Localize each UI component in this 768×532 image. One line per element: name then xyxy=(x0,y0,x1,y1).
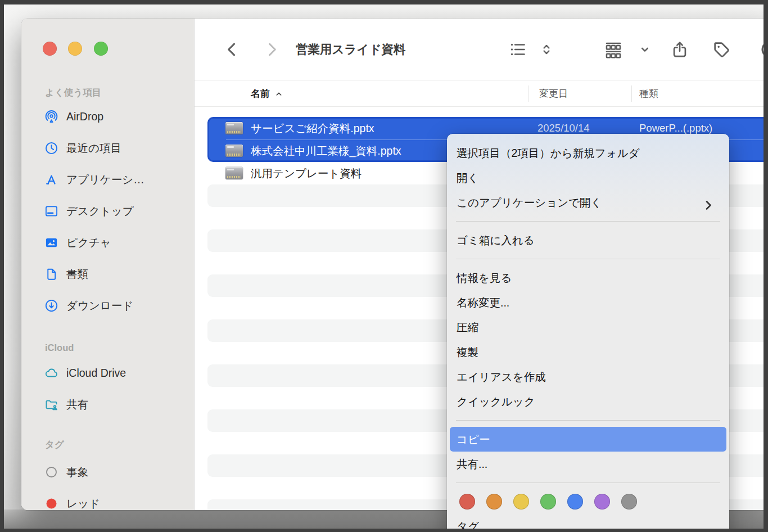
sidebar-item-download[interactable]: ダウンロード xyxy=(29,290,188,321)
column-header-date[interactable]: 変更日 xyxy=(539,80,568,107)
sidebar-item-appstore[interactable]: アプリケーシ… xyxy=(29,164,188,195)
context-menu-item[interactable]: 選択項目（2項目）から新規フォルダ xyxy=(450,141,726,165)
airdrop-icon xyxy=(43,108,60,125)
sidebar-item-label: レッド xyxy=(66,496,100,511)
tag-color-green[interactable] xyxy=(540,494,556,510)
pictures-icon xyxy=(43,234,60,251)
tag-color-purple[interactable] xyxy=(594,494,610,510)
sidebar-item-label: ダウンロード xyxy=(66,298,133,313)
tag-color-blue[interactable] xyxy=(567,494,583,510)
desktop-icon xyxy=(43,202,60,219)
minimize-button[interactable] xyxy=(68,42,82,56)
list-header: 名前 変更日 種類 xyxy=(195,80,768,107)
sidebar-item-airdrop[interactable]: AirDrop xyxy=(29,101,188,132)
sidebar-item-document[interactable]: 書類 xyxy=(29,258,188,290)
chevron-left-icon xyxy=(223,40,242,59)
powerpoint-file-icon xyxy=(225,122,243,134)
column-divider[interactable] xyxy=(761,85,761,102)
column-divider[interactable] xyxy=(631,85,632,102)
context-menu-item[interactable]: エイリアスを作成 xyxy=(450,364,726,389)
file-name: 株式会社中川工業様_資料.pptx xyxy=(251,139,401,162)
powerpoint-file-icon xyxy=(225,145,243,157)
context-menu: 選択項目（2項目）から新規フォルダ開くこのアプリケーションで開くゴミ箱に入れる情… xyxy=(447,134,729,532)
tag-color-red[interactable] xyxy=(459,494,475,510)
chevron-right-icon xyxy=(262,40,281,59)
context-menu-item[interactable]: 情報を見る xyxy=(450,265,726,290)
menu-separator xyxy=(456,420,720,421)
view-updown-chevrons-icon[interactable] xyxy=(534,37,559,62)
tag-icon[interactable] xyxy=(708,37,734,62)
context-menu-item[interactable]: タグ... xyxy=(450,514,726,532)
sidebar-item-label: デスクトップ xyxy=(66,204,134,219)
zoom-button[interactable] xyxy=(94,42,108,56)
context-menu-item[interactable]: 複製 xyxy=(450,340,726,364)
sidebar-item-tag-dot-gray[interactable]: 事象 xyxy=(29,456,188,488)
sidebar-item-label: iCloud Drive xyxy=(66,367,126,380)
sidebar: よく使う項目AirDrop最近の項目アプリケーシ…デスクトップピクチャ書類ダウン… xyxy=(21,19,194,510)
context-menu-item[interactable]: このアプリケーションで開く xyxy=(450,190,726,215)
screenshot-frame: よく使う項目AirDrop最近の項目アプリケーシ…デスクトップピクチャ書類ダウン… xyxy=(0,0,768,532)
sidebar-section-header: タグ xyxy=(45,438,188,451)
tag-color-orange[interactable] xyxy=(486,494,502,510)
submenu-chevron-icon xyxy=(702,196,715,209)
sidebar-item-label: アプリケーシ… xyxy=(66,172,144,187)
back-button[interactable] xyxy=(219,37,245,62)
context-menu-item[interactable]: 名称変更... xyxy=(450,290,726,315)
group-view-icon[interactable] xyxy=(600,37,626,62)
column-header-kind[interactable]: 種類 xyxy=(639,80,658,107)
document-icon xyxy=(43,265,60,282)
sidebar-item-label: ピクチャ xyxy=(66,235,111,250)
sidebar-section-header: iCloud xyxy=(45,341,188,354)
appstore-icon xyxy=(43,171,60,188)
context-menu-item[interactable]: コピー xyxy=(450,427,726,452)
tag-dot-gray-icon xyxy=(43,463,60,480)
tag-color-gray[interactable] xyxy=(621,494,637,510)
column-header-name[interactable]: 名前 xyxy=(251,80,283,107)
window-controls xyxy=(43,42,117,58)
menu-separator xyxy=(456,483,720,483)
context-menu-item[interactable]: 開く xyxy=(450,165,726,190)
sort-ascending-icon xyxy=(274,89,283,98)
window-title: 営業用スライド資料 xyxy=(296,41,406,57)
sidebar-item-icloud[interactable]: iCloud Drive xyxy=(29,357,188,389)
sidebar-item-clock[interactable]: 最近の項目 xyxy=(29,132,188,164)
share-icon[interactable] xyxy=(667,37,693,62)
download-icon xyxy=(43,297,60,314)
close-button[interactable] xyxy=(43,42,57,56)
sidebar-item-pictures[interactable]: ピクチャ xyxy=(29,227,188,258)
sidebar-item-label: 最近の項目 xyxy=(66,141,121,156)
context-menu-item[interactable]: 共有... xyxy=(450,452,726,476)
menu-separator xyxy=(456,259,720,259)
clock-icon xyxy=(43,139,60,156)
context-menu-item[interactable]: 圧縮 xyxy=(450,315,726,340)
sidebar-item-label: 事象 xyxy=(66,465,88,480)
column-divider[interactable] xyxy=(528,85,528,102)
context-menu-item[interactable]: ゴミ箱に入れる xyxy=(450,228,726,253)
tag-color-row xyxy=(447,489,729,514)
file-name: サービスご紹介資料.pptx xyxy=(251,117,374,139)
column-name-label: 名前 xyxy=(251,80,270,107)
context-menu-item[interactable]: クイックルック xyxy=(450,389,726,414)
file-name: 汎用テンプレート資料 xyxy=(251,162,362,184)
sidebar-item-label: 共有 xyxy=(66,397,88,412)
powerpoint-file-icon xyxy=(225,167,243,179)
tag-dot-red-icon xyxy=(43,495,60,510)
sidebar-section-header: よく使う項目 xyxy=(45,85,188,99)
sidebar-item-tag-dot-red[interactable]: レッド xyxy=(29,488,188,510)
tag-color-yellow[interactable] xyxy=(513,494,529,510)
sidebar-item-label: 書類 xyxy=(66,267,88,282)
list-view-icon[interactable] xyxy=(505,37,531,62)
more-icon[interactable] xyxy=(757,37,768,62)
menu-separator xyxy=(456,221,720,222)
icloud-icon xyxy=(43,364,60,381)
sidebar-item-label: AirDrop xyxy=(66,110,103,123)
sidebar-item-desktop[interactable]: デスクトップ xyxy=(29,195,188,227)
chevron-down-icon[interactable] xyxy=(632,37,658,62)
forward-button[interactable] xyxy=(259,37,284,62)
sidebar-item-shared-folder[interactable]: 共有 xyxy=(29,389,188,420)
toolbar: 営業用スライド資料 xyxy=(195,19,768,80)
shared-folder-icon xyxy=(43,396,60,413)
